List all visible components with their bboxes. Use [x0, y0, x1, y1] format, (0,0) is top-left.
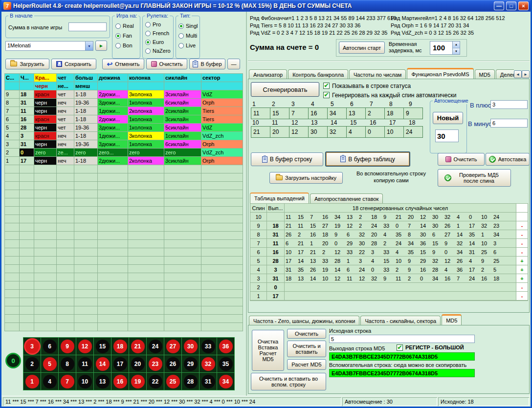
- spins-row[interactable]: 711621120029302822434361593214103-: [250, 239, 528, 248]
- minus-input[interactable]: [490, 119, 528, 128]
- undo-button[interactable]: ↩Отменить: [102, 59, 144, 69]
- board-cell-30[interactable]: 30: [182, 338, 199, 355]
- spins-row[interactable]: 616101721212332233343515903431256-: [250, 248, 528, 257]
- autobet-button[interactable]: Автоставка: [486, 153, 530, 166]
- spins-row[interactable]: 91821111527191222433071430261173223-: [250, 221, 528, 230]
- radio-multi[interactable]: Multi: [178, 32, 197, 40]
- spins-row[interactable]: 33118131410121112329112034167241618+: [250, 274, 528, 283]
- spinner-up-icon[interactable]: ▲: [453, 42, 460, 48]
- grid-value-cell[interactable]: 21: [251, 126, 270, 138]
- board-cell-3[interactable]: 3: [23, 338, 41, 355]
- save-button[interactable]: Сохранить: [51, 59, 96, 69]
- close-button[interactable]: ×: [518, 1, 529, 10]
- board-cell-25[interactable]: 25: [164, 373, 181, 390]
- board-cell-2[interactable]: 2: [23, 355, 41, 372]
- preset-select[interactable]: 1Melonati ▼: [5, 41, 93, 51]
- board-cell-23[interactable]: 23: [147, 355, 164, 372]
- grid-value-cell[interactable]: 4: [346, 126, 366, 138]
- tab-division[interactable]: Деление ко...: [496, 69, 514, 79]
- subtab-results[interactable]: Таблица выпадений: [250, 193, 309, 203]
- radio-singl[interactable]: Singl: [178, 22, 198, 30]
- spins-row[interactable]: 101115716341321892120123032401024: [250, 213, 528, 221]
- buffer-row-button[interactable]: В буфер строку: [251, 152, 323, 166]
- board-cell-20[interactable]: 20: [129, 355, 146, 372]
- radio-bon[interactable]: Bon: [115, 42, 133, 49]
- plus-input[interactable]: [490, 100, 528, 109]
- collapse-button[interactable]: —: [227, 59, 240, 69]
- clear-gen-button[interactable]: Очистить: [438, 153, 485, 166]
- spins-row[interactable]: 117-: [250, 292, 528, 301]
- spinner-down-icon[interactable]: ▼: [453, 48, 460, 55]
- grid-value-cell[interactable]: 9: [403, 107, 423, 119]
- radio-fan[interactable]: Fan: [115, 32, 132, 40]
- table-row[interactable]: 43красннеч1-181дюжи...3колонка1сиклайнVd…: [5, 132, 243, 140]
- spins-row[interactable]: 83126216189632204358306271435134-: [250, 230, 528, 239]
- board-cell-13[interactable]: 13: [94, 373, 111, 390]
- load-button[interactable]: Загрузить: [5, 59, 49, 69]
- new-button[interactable]: Новый: [433, 112, 463, 124]
- board-zero[interactable]: 0: [5, 353, 21, 368]
- board-cell-12[interactable]: 12: [76, 338, 93, 355]
- tab-scroll-left-icon[interactable]: ◄: [514, 70, 522, 78]
- freqtab-md5[interactable]: MD5: [442, 314, 462, 325]
- board-cell-1[interactable]: 1: [23, 373, 41, 390]
- md5-calc-button[interactable]: Расчет MD5: [287, 359, 326, 370]
- grid-value-cell[interactable]: 18: [384, 107, 404, 119]
- board-cell-14[interactable]: 14: [94, 355, 111, 372]
- tab-bankroll[interactable]: Контроль банкролла: [288, 69, 348, 79]
- table-row[interactable]: 616краснчет1-182дюжи...1колонка3сиклайнT…: [5, 115, 243, 124]
- grid-value-cell[interactable]: 34: [327, 107, 347, 119]
- subtab-autobets[interactable]: Автопроставление ставок: [310, 193, 383, 203]
- tab-md5[interactable]: MD5: [475, 69, 495, 79]
- board-cell-22[interactable]: 22: [147, 373, 164, 390]
- radio-euro[interactable]: Euro: [145, 38, 164, 46]
- grid-value-cell[interactable]: 10: [384, 126, 404, 138]
- board-cell-24[interactable]: 24: [147, 338, 164, 355]
- board-cell-35[interactable]: 35: [217, 355, 234, 372]
- board-cell-27[interactable]: 27: [164, 338, 181, 355]
- table-row[interactable]: 711черннеч1-181дюжи...2колонка2сиклайнTi…: [5, 107, 243, 115]
- tab-frequencies[interactable]: Частоты по числам: [349, 69, 406, 79]
- freqtab-sixlines[interactable]: Частота - сиклайны, сектора: [360, 316, 441, 325]
- spins-row[interactable]: 4331352619146240332916284361725+: [250, 265, 528, 274]
- delay-spinner[interactable]: 100 ▲ ▼: [430, 41, 460, 55]
- table-row[interactable]: 918краснчет1-182дюжи...3колонка3сиклайнV…: [5, 90, 243, 99]
- board-cell-36[interactable]: 36: [217, 338, 234, 355]
- board-cell-5[interactable]: 5: [41, 355, 58, 372]
- check-md5-button[interactable]: Проверить МД5 после спина: [438, 169, 511, 187]
- board-cell-28[interactable]: 28: [182, 373, 199, 390]
- board-cell-11[interactable]: 11: [76, 355, 93, 372]
- grid-value-cell[interactable]: 0: [365, 126, 385, 138]
- minimize-button[interactable]: —: [494, 1, 504, 10]
- grid-value-cell[interactable]: 20: [270, 126, 289, 138]
- start-sum-input[interactable]: [68, 22, 107, 31]
- board-cell-16[interactable]: 16: [111, 373, 129, 390]
- table-row[interactable]: 528чернчет19-363дюжи...1колонка5сиклайнV…: [5, 124, 243, 132]
- board-cell-9[interactable]: 9: [59, 338, 76, 355]
- maximize-button[interactable]: □: [506, 1, 516, 10]
- md5-clear-paste-button[interactable]: Очистить и вставить: [287, 341, 326, 357]
- grid-value-cell[interactable]: 32: [327, 126, 347, 138]
- radio-pro[interactable]: Pro: [145, 21, 161, 28]
- radio-french[interactable]: French: [145, 29, 169, 37]
- table-row[interactable]: 831черннеч19-363дюжи...1колонка6сиклайнO…: [5, 99, 243, 107]
- board-cell-31[interactable]: 31: [200, 373, 217, 390]
- grid-value-cell[interactable]: 12: [289, 126, 309, 138]
- grid-value-cell[interactable]: 11: [251, 107, 270, 119]
- load-settings-button[interactable]: Загрузить настройку: [269, 172, 343, 184]
- board-cell-18[interactable]: 18: [111, 338, 129, 355]
- board-cell-33[interactable]: 33: [200, 338, 217, 355]
- buffer-table-button[interactable]: В буфер таблицу: [325, 151, 410, 167]
- md5-source-input[interactable]: [329, 335, 475, 343]
- md5-clear-paste-aux-button[interactable]: Очистить и вставить во вспом. строку: [251, 373, 326, 390]
- grid-value-cell[interactable]: 13: [346, 107, 366, 119]
- board-cell-17[interactable]: 17: [111, 355, 129, 372]
- grid-value-cell[interactable]: 15: [270, 107, 289, 119]
- grid-value-cell[interactable]: 2: [365, 107, 385, 119]
- board-cell-6[interactable]: 6: [41, 338, 58, 355]
- board-cell-7[interactable]: 7: [59, 373, 76, 390]
- checkbox-uppercase[interactable]: ✔РЕГИСТР - БОЛЬШОЙ: [397, 344, 464, 351]
- board-cell-29[interactable]: 29: [182, 355, 199, 372]
- board-cell-21[interactable]: 21: [129, 338, 146, 355]
- checkbox-show-status[interactable]: ✔Показывать в строке статуса: [323, 83, 411, 89]
